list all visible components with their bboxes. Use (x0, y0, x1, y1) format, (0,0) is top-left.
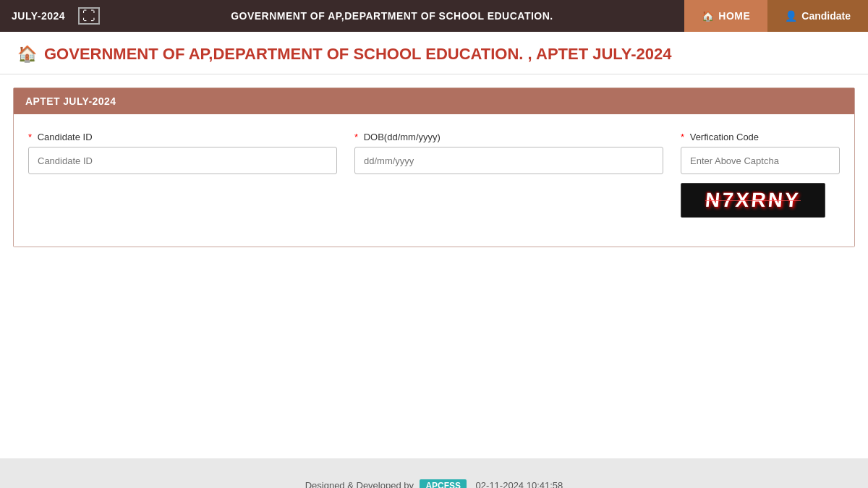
footer-designed-text: Designed & Developed by (305, 480, 414, 488)
navbar-center-text: GOVERNMENT OF AP,DEPARTMENT OF SCHOOL ED… (113, 10, 671, 22)
verification-input[interactable] (681, 147, 840, 174)
candidate-button[interactable]: 👤 Candidate (767, 0, 868, 32)
form-card: APTET JULY-2024 * Candidate ID * DOB(dd/… (13, 87, 855, 247)
captcha-text: N7XRNY (705, 189, 801, 212)
verification-group: * Verfication Code N7XRNY (681, 132, 840, 218)
home-icon: 🏠 (702, 10, 715, 22)
footer-badge: APCFSS (420, 479, 467, 488)
required-star-candidate: * (28, 132, 32, 142)
navbar: JULY-2024 ⛶ GOVERNMENT OF AP,DEPARTMENT … (0, 0, 868, 32)
footer-timestamp: 02-11-2024 10:41:58 (476, 480, 563, 488)
page-heading: 🏠 GOVERNMENT OF AP,DEPARTMENT OF SCHOOL … (0, 32, 868, 74)
form-row: * Candidate ID * DOB(dd/mm/yyyy) (28, 132, 840, 218)
expand-icon[interactable]: ⛶ (78, 7, 100, 25)
user-icon: 👤 (785, 10, 797, 22)
captcha-image: N7XRNY (681, 183, 825, 218)
candidate-id-input[interactable] (28, 147, 337, 174)
dob-group: * DOB(dd/mm/yyyy) (354, 132, 663, 174)
home-button[interactable]: 🏠 HOME (684, 0, 768, 32)
footer: Designed & Developed by APCFSS 02-11-202… (0, 458, 868, 488)
dob-input[interactable] (354, 147, 663, 174)
navbar-title: JULY-2024 (12, 10, 65, 22)
verification-label: * Verfication Code (681, 132, 840, 142)
candidate-id-group: * Candidate ID (28, 132, 337, 174)
required-star-verification: * (681, 132, 684, 142)
form-card-header: APTET JULY-2024 (14, 88, 854, 114)
heading-label: GOVERNMENT OF AP,DEPARTMENT OF SCHOOL ED… (44, 45, 672, 64)
heading-home-icon: 🏠 (17, 45, 37, 64)
page-heading-text: 🏠 GOVERNMENT OF AP,DEPARTMENT OF SCHOOL … (17, 45, 851, 64)
page-body: 🏠 GOVERNMENT OF AP,DEPARTMENT OF SCHOOL … (0, 32, 868, 458)
candidate-id-label: * Candidate ID (28, 132, 337, 142)
footer-content: Designed & Developed by APCFSS 02-11-202… (0, 479, 868, 488)
form-card-body: * Candidate ID * DOB(dd/mm/yyyy) (14, 114, 854, 247)
required-star-dob: * (354, 132, 358, 142)
navbar-buttons: 🏠 HOME 👤 Candidate (684, 0, 868, 32)
dob-label: * DOB(dd/mm/yyyy) (354, 132, 663, 142)
